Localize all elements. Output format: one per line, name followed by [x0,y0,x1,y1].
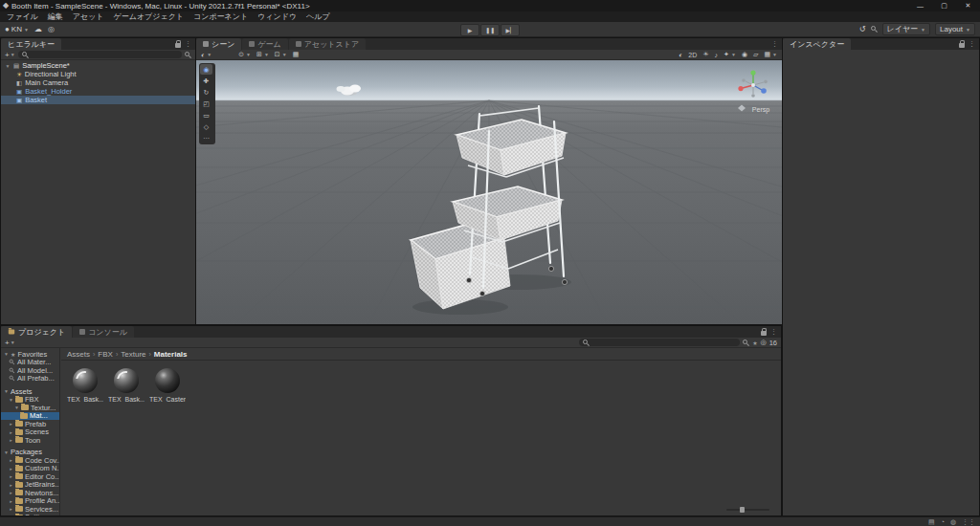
foldout-arrow-icon[interactable]: ▸ [9,515,13,515]
create-asset-button[interactable]: +▼ [5,339,15,347]
audio-toggle[interactable]: ♪ [715,52,719,58]
pause-button[interactable]: ❚❚ [480,24,500,36]
breadcrumb-assets[interactable]: Assets [67,350,90,359]
hidden-packages-icon[interactable]: ◎ [761,339,767,346]
scene-visibility-toggle[interactable]: ◉ [742,51,747,58]
menu-help[interactable]: ヘルプ [301,11,335,22]
render-mode-toggle[interactable]: ◐ [679,52,682,58]
more-tools-button[interactable]: ⋯ [200,133,212,143]
services-icon[interactable]: ◎ [48,25,55,33]
folder-toon[interactable]: ▸ Toon [1,436,59,445]
hierarchy-search-input[interactable] [18,51,182,58]
handle-position-dropdown[interactable]: ⊙▼ [238,51,251,58]
rotate-tool-button[interactable]: ↻ [200,87,212,98]
create-object-button[interactable]: +▼ [5,51,15,59]
folder-prefab[interactable]: ▸ Prefab [1,420,59,428]
play-button[interactable]: ▶ [460,24,479,36]
panel-menu-icon[interactable]: ⋮ [969,40,975,48]
menu-edit[interactable]: 編集 [43,11,68,22]
foldout-arrow-icon[interactable]: ▼ [4,351,9,357]
folder-texture[interactable]: ▼ Textur... [1,404,59,412]
minimize-button[interactable]: — [908,0,932,11]
tab-game[interactable]: ゲーム [242,38,287,50]
cloud-icon[interactable]: ☁ [34,25,42,33]
menu-window[interactable]: ウィンドウ [253,11,301,22]
foldout-arrow-icon[interactable]: ▸ [9,429,13,435]
camera-settings-button[interactable]: ▱ [753,51,758,58]
search-by-type-icon[interactable] [743,340,749,346]
tab-console[interactable]: コンソール [73,326,134,338]
foldout-arrow-icon[interactable]: ▸ [9,421,13,427]
foldout-arrow-icon[interactable]: ▼ [4,388,9,394]
foldout-arrow-icon[interactable]: ▼ [4,449,9,455]
foldout-arrow-icon[interactable]: ▸ [9,498,13,504]
menu-assets[interactable]: アセット [68,11,109,22]
foldout-arrow-icon[interactable]: ▼ [5,63,11,69]
search-icon[interactable] [871,26,878,33]
breadcrumb-texture[interactable]: Texture [121,350,145,359]
project-search-input[interactable] [579,339,740,346]
asset-item-tex-basket-1[interactable]: TEX_Bask... [69,367,101,403]
panel-menu-icon[interactable]: ⋮ [185,40,191,48]
rect-tool-button[interactable]: ▭ [200,110,212,121]
transform-tool-button[interactable]: ◇ [200,121,212,132]
lock-icon[interactable] [175,43,181,48]
asset-item-tex-caster[interactable]: TEX_Caster [151,367,184,403]
menu-gameobject[interactable]: ゲームオブジェクト [109,11,189,22]
snap-toggle-button[interactable]: ▦ [293,51,300,58]
shading-mode-dropdown[interactable]: ◐▼ [201,52,212,58]
favorite-all-materials[interactable]: All Mater... [1,359,59,367]
layout-dropdown[interactable]: Layout ▼ [935,23,975,35]
tab-scene[interactable]: シーン [196,38,241,50]
foldout-arrow-icon[interactable]: ▸ [9,506,13,512]
menu-file[interactable]: ファイル [2,11,43,22]
folder-materials[interactable]: Mat... [1,412,59,421]
foldout-arrow-icon[interactable]: ▸ [9,437,13,443]
grid-visibility-dropdown[interactable]: ▦▼ [764,51,777,58]
foldout-arrow-icon[interactable]: ▸ [9,473,13,479]
foldout-arrow-icon[interactable]: ▼ [9,397,13,403]
favorites-header[interactable]: ▼ ★ Favorites [1,350,59,359]
folder-fbx[interactable]: ▼ FBX [1,396,59,405]
basket-holder-mesh[interactable] [453,106,568,296]
package-profile-analyzer[interactable]: ▸ Profile An... [1,497,59,506]
hierarchy-item-basket[interactable]: ▣ Basket [1,96,195,104]
package-settings[interactable]: ▸ Settin... [1,514,59,516]
progress-activity-icon[interactable]: ◔ [941,518,945,525]
cache-server-icon[interactable]: ◍ [950,518,956,526]
search-filter-icon[interactable] [185,52,191,58]
package-newtonsoft[interactable]: ▸ Newtons... [1,489,59,497]
thumbnail-size-slider[interactable] [726,509,769,511]
menu-component[interactable]: コンポーネント [189,11,253,22]
asset-item-tex-basket-2[interactable]: TEX_Bask... [110,367,143,403]
folder-scenes[interactable]: ▸ Scenes [1,428,59,437]
title-bar[interactable]: ◆ Booth Item - SampleScene - Windows, Ma… [0,0,980,11]
favorite-all-models[interactable]: All Model... [1,366,59,375]
foldout-arrow-icon[interactable]: ▸ [9,490,13,495]
package-editor-coroutines[interactable]: ▸ Editor Co... [1,472,59,481]
panel-menu-icon[interactable]: ⋮ [771,40,778,48]
scale-tool-button[interactable]: ◰ [200,99,212,109]
move-tool-button[interactable]: ✚ [200,76,212,86]
assets-root[interactable]: ▼ Assets [1,387,59,396]
breadcrumb-fbx[interactable]: FBX [98,350,113,359]
package-jetbrains[interactable]: ▸ JetBrains... [1,481,59,490]
maximize-button[interactable]: ▢ [932,0,956,11]
hierarchy-item-basket-holder[interactable]: ▣ Basket_Holder [1,87,195,96]
grid-snap-dropdown[interactable]: ⊡▼ [275,51,287,58]
effects-dropdown[interactable]: ✦▼ [724,51,736,58]
layers-dropdown[interactable]: レイヤー ▼ [882,23,931,35]
slider-thumb[interactable] [740,507,745,513]
lock-icon[interactable] [959,43,965,48]
view-tool-button[interactable]: ◉ [200,64,212,75]
scene-header-row[interactable]: ▼ ▤ SampleScene* [1,61,195,70]
tab-inspector[interactable]: インスペクター [783,38,851,50]
step-button[interactable]: ▶▏ [501,24,520,36]
tab-asset-store[interactable]: アセットストア [289,38,366,50]
packages-root[interactable]: ▼ Packages [1,449,59,457]
package-custom-nunit[interactable]: ▸ Custom N... [1,465,59,473]
package-code-coverage[interactable]: ▸ Code Cov... [1,456,59,465]
lock-icon[interactable] [761,331,767,336]
favorite-all-prefabs[interactable]: All Prefab... [1,375,59,384]
undo-history-icon[interactable]: ↺ [859,25,866,33]
